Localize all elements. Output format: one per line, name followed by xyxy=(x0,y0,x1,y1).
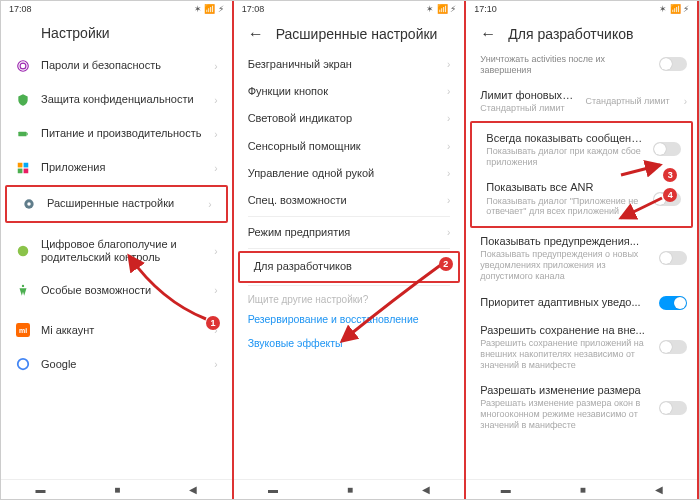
svg-text:mi: mi xyxy=(19,327,27,334)
row-label: Спец. возможности xyxy=(248,194,437,207)
row-label: Уничтожать activities после их завершени… xyxy=(480,54,649,76)
back-icon[interactable]: ← xyxy=(248,25,264,43)
toggle-switch[interactable] xyxy=(659,401,687,415)
row-special[interactable]: Спец. возможности › xyxy=(234,187,465,214)
settings-list: Пароли и безопасность › Защита конфиденц… xyxy=(1,49,232,479)
row-label: Сенсорный помощник xyxy=(248,140,437,153)
page-title: Настройки xyxy=(41,25,110,41)
developer-options-screen: 17:10 ✶ 📶 ⚡︎ ← Для разработчиков Уничтож… xyxy=(466,1,699,499)
row-advanced[interactable]: Расширенные настройки › xyxy=(5,185,228,223)
toggle-switch[interactable] xyxy=(653,142,681,156)
chevron-right-icon: › xyxy=(447,86,450,97)
row-developer[interactable]: Для разработчиков › xyxy=(238,251,461,282)
row-bezel[interactable]: Безграничный экран › xyxy=(234,51,465,78)
nav-home-icon[interactable]: ■ xyxy=(580,484,586,495)
chevron-right-icon: › xyxy=(684,96,687,107)
row-value: Стандартный лимит xyxy=(585,96,669,106)
row-external-storage[interactable]: Разрешить сохранение на вне... Разрешить… xyxy=(466,317,697,378)
svg-rect-5 xyxy=(24,163,29,168)
nav-back-icon[interactable]: ◀ xyxy=(422,484,430,495)
nav-recent-icon[interactable]: ▬ xyxy=(35,484,45,495)
battery-icon xyxy=(15,126,31,142)
page-title: Для разработчиков xyxy=(508,26,633,42)
row-onehand[interactable]: Управление одной рукой › xyxy=(234,160,465,187)
row-wellbeing[interactable]: Цифровое благополучие и родительский кон… xyxy=(1,229,232,273)
row-sub: Показывать диалог "Приложение не отвечае… xyxy=(486,196,643,218)
row-apps[interactable]: Приложения › xyxy=(1,151,232,185)
row-adaptive-priority[interactable]: Приоритет адаптивных уведо... xyxy=(466,289,697,317)
row-passwords[interactable]: Пароли и безопасность › xyxy=(1,49,232,83)
page-title: Расширенные настройки xyxy=(276,26,438,42)
gear-icon xyxy=(21,196,37,212)
nav-recent-icon[interactable]: ▬ xyxy=(268,484,278,495)
svg-point-11 xyxy=(22,285,24,287)
row-label: Разрешить сохранение на вне... xyxy=(480,324,649,337)
row-label: Питание и производительность xyxy=(41,127,204,140)
header: ← Расширенные настройки xyxy=(234,17,465,51)
svg-point-1 xyxy=(20,63,26,69)
status-time: 17:08 xyxy=(242,4,265,14)
row-label: Mi аккаунт xyxy=(41,324,204,337)
nav-home-icon[interactable]: ■ xyxy=(347,484,353,495)
toggle-switch[interactable] xyxy=(659,57,687,71)
toggle-switch[interactable] xyxy=(659,340,687,354)
row-label: Цифровое благополучие и родительский кон… xyxy=(41,238,204,264)
row-destroy-activities[interactable]: Уничтожать activities после их завершени… xyxy=(466,51,697,82)
mi-icon: mi xyxy=(15,322,31,338)
link-backup[interactable]: Резервирование и восстановление xyxy=(234,307,465,331)
row-privacy[interactable]: Защита конфиденциальности › xyxy=(1,83,232,117)
row-show-crashes[interactable]: Всегда показывать сообщени... Показывать… xyxy=(472,125,691,175)
nav-back-icon[interactable]: ◀ xyxy=(655,484,663,495)
row-mi-account[interactable]: mi Mi аккаунт › xyxy=(1,313,232,347)
back-icon[interactable]: ← xyxy=(480,25,496,43)
chevron-right-icon: › xyxy=(214,61,217,72)
row-sub: Показывать диалог при каждом сбое прилож… xyxy=(486,146,643,168)
header: ← Для разработчиков xyxy=(466,17,697,51)
chevron-right-icon: › xyxy=(214,246,217,257)
status-bar: 17:08 ✶ 📶 ⚡︎ xyxy=(234,1,465,17)
row-warnings[interactable]: Показывать предупреждения... Показывать … xyxy=(466,228,697,289)
row-google[interactable]: Google › xyxy=(1,347,232,381)
row-label: Показывать все ANR xyxy=(486,181,643,194)
toggle-switch[interactable] xyxy=(659,296,687,310)
row-label: Защита конфиденциальности xyxy=(41,93,204,106)
svg-point-0 xyxy=(18,61,29,72)
row-label: Приложения xyxy=(41,161,204,174)
row-buttons[interactable]: Функции кнопок › xyxy=(234,78,465,105)
svg-rect-2 xyxy=(18,132,26,137)
status-bar: 17:08 ✶ 📶 ⚡︎ xyxy=(1,1,232,17)
row-resize[interactable]: Разрешать изменение размера Разрешать из… xyxy=(466,377,697,438)
toggle-switch[interactable] xyxy=(659,251,687,265)
row-label: Особые возможности xyxy=(41,284,204,297)
status-bar: 17:10 ✶ 📶 ⚡︎ xyxy=(466,1,697,17)
row-label: Всегда показывать сообщени... xyxy=(486,132,643,145)
row-led[interactable]: Световой индикатор › xyxy=(234,105,465,132)
apps-icon xyxy=(15,160,31,176)
row-accessibility[interactable]: Особые возможности › xyxy=(1,273,232,307)
row-label: Режим предприятия xyxy=(248,226,437,239)
wellbeing-icon xyxy=(15,243,31,259)
row-label: Функции кнопок xyxy=(248,85,437,98)
chevron-right-icon: › xyxy=(214,95,217,106)
chevron-right-icon: › xyxy=(447,195,450,206)
chevron-right-icon: › xyxy=(214,285,217,296)
chevron-right-icon: › xyxy=(447,227,450,238)
chevron-right-icon: › xyxy=(447,141,450,152)
row-battery[interactable]: Питание и производительность › xyxy=(1,117,232,151)
svg-rect-3 xyxy=(27,133,28,135)
nav-recent-icon[interactable]: ▬ xyxy=(501,484,511,495)
status-time: 17:08 xyxy=(9,4,32,14)
nav-home-icon[interactable]: ■ xyxy=(114,484,120,495)
row-touch-assist[interactable]: Сенсорный помощник › xyxy=(234,133,465,160)
row-bg-limit[interactable]: Лимит фоновых процессов Стандартный лими… xyxy=(466,82,697,121)
row-show-anr[interactable]: Показывать все ANR Показывать диалог "Пр… xyxy=(472,174,691,224)
link-sound-effects[interactable]: Звуковые эффекты xyxy=(234,331,465,355)
row-label: Лимит фоновых процессов xyxy=(480,89,575,102)
row-enterprise[interactable]: Режим предприятия › xyxy=(234,219,465,246)
nav-back-icon[interactable]: ◀ xyxy=(189,484,197,495)
row-label: Расширенные настройки xyxy=(47,197,198,210)
row-sub: Разрешить сохранение приложений на внешн… xyxy=(480,338,649,370)
row-sub: Показывать предупреждения о новых уведом… xyxy=(480,249,649,281)
svg-point-14 xyxy=(18,359,29,370)
status-icons: ✶ 📶 ⚡︎ xyxy=(194,4,224,14)
